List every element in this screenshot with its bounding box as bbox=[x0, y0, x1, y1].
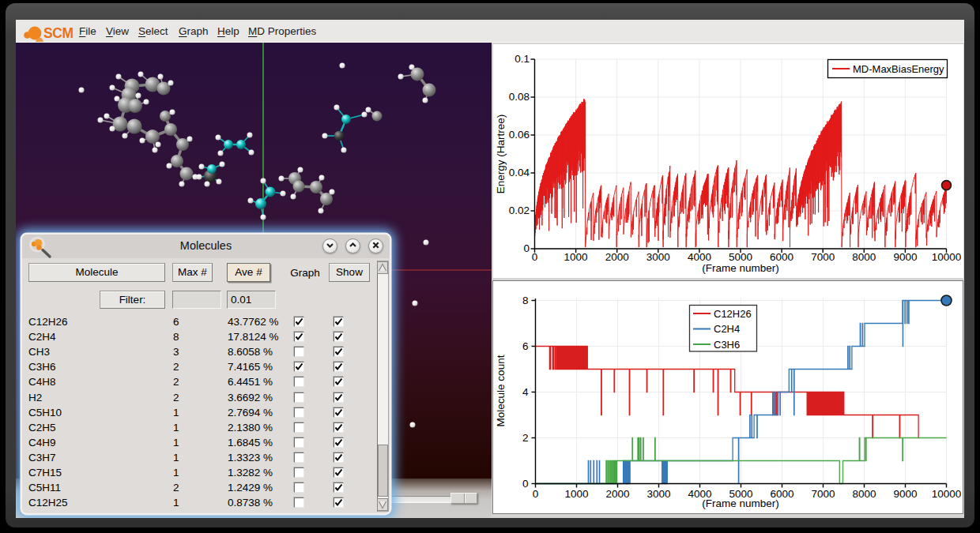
svg-text:MD-MaxBiasEnergy: MD-MaxBiasEnergy bbox=[853, 63, 944, 75]
svg-text:2000: 2000 bbox=[605, 488, 629, 500]
svg-text:(Frame number): (Frame number) bbox=[702, 262, 779, 274]
svg-text:Energy (Hartree): Energy (Hartree) bbox=[495, 114, 507, 194]
svg-text:(Frame number): (Frame number) bbox=[702, 497, 779, 509]
svg-text:0.08: 0.08 bbox=[509, 91, 530, 103]
svg-text:1000: 1000 bbox=[564, 488, 588, 500]
svg-text:7000: 7000 bbox=[811, 251, 835, 263]
svg-text:9000: 9000 bbox=[893, 251, 917, 263]
svg-text:C12H26: C12H26 bbox=[714, 308, 752, 320]
svg-text:2: 2 bbox=[522, 432, 529, 444]
svg-text:10000: 10000 bbox=[932, 251, 962, 263]
svg-text:6: 6 bbox=[522, 340, 529, 352]
svg-text:0: 0 bbox=[523, 242, 530, 254]
svg-text:0.1: 0.1 bbox=[514, 53, 530, 65]
svg-text:0.02: 0.02 bbox=[509, 205, 530, 216]
svg-text:0: 0 bbox=[533, 488, 539, 500]
svg-text:C2H4: C2H4 bbox=[714, 323, 740, 335]
svg-text:4: 4 bbox=[522, 386, 529, 398]
svg-text:1000: 1000 bbox=[564, 251, 588, 263]
svg-text:C3H6: C3H6 bbox=[714, 339, 740, 351]
svg-text:Molecule count: Molecule count bbox=[495, 355, 507, 426]
svg-text:8: 8 bbox=[522, 295, 529, 306]
svg-text:0: 0 bbox=[532, 251, 538, 263]
svg-text:8000: 8000 bbox=[852, 488, 876, 500]
svg-text:9000: 9000 bbox=[893, 488, 917, 500]
svg-text:7000: 7000 bbox=[811, 488, 835, 500]
svg-text:2000: 2000 bbox=[605, 251, 629, 263]
svg-text:3000: 3000 bbox=[646, 251, 670, 263]
svg-text:10000: 10000 bbox=[932, 488, 962, 500]
svg-text:8000: 8000 bbox=[852, 251, 876, 263]
svg-text:0.06: 0.06 bbox=[509, 129, 530, 141]
svg-text:0.04: 0.04 bbox=[509, 167, 530, 178]
svg-text:3000: 3000 bbox=[646, 488, 670, 500]
svg-text:0: 0 bbox=[522, 478, 529, 490]
